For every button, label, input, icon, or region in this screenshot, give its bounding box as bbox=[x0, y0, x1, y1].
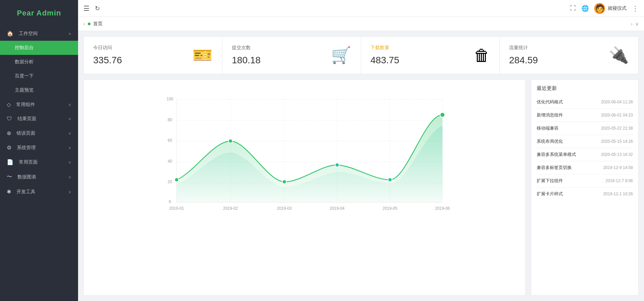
sidebar-group-workspace[interactable]: 🏠 工作空间 ∧ bbox=[0, 26, 78, 41]
error-pages-chevron: ∨ bbox=[68, 131, 71, 136]
stat-downloads-info: 下载数量 483.75 bbox=[370, 45, 399, 66]
result-pages-chevron: ∨ bbox=[68, 116, 71, 121]
topbar-right: ⛶ 🌐 🧑 就寝仪式 ⋮ bbox=[570, 3, 639, 14]
stat-traffic-info: 流量统计 284.59 bbox=[509, 45, 538, 66]
sidebar-item-theme[interactable]: 主题预览 bbox=[0, 83, 78, 97]
svg-text:20: 20 bbox=[168, 179, 172, 184]
result-pages-icon: 🛡 bbox=[7, 116, 12, 122]
recent-item-name[interactable]: 扩展卡片样式 bbox=[537, 191, 563, 197]
stat-today-visits-label: 今日访问 bbox=[93, 45, 122, 51]
common-pages-chevron: ∨ bbox=[68, 160, 71, 165]
topbar: ☰ ↻ ⛶ 🌐 🧑 就寝仪式 ⋮ bbox=[78, 0, 644, 17]
sidebar-group-dev-tools[interactable]: ✱ 开发工具 ∨ bbox=[0, 185, 78, 199]
charts-row: 100 80 60 40 20 0 bbox=[83, 79, 639, 296]
breadcrumb-arrows: › ∨ bbox=[631, 21, 639, 27]
recent-item-name[interactable]: 新增消息组件 bbox=[537, 112, 563, 118]
page-content: 今日访问 335.76 🎫 提交次数 180.18 🛒 下载数量 483.75 … bbox=[78, 31, 644, 301]
recent-item-name[interactable]: 优化代码格式 bbox=[537, 99, 563, 105]
stat-traffic: 流量统计 284.59 🔌 bbox=[500, 37, 638, 74]
recent-item-date: 2020-06-04 11:28 bbox=[601, 100, 633, 104]
recent-item-name[interactable]: 兼容多标签页切换 bbox=[537, 165, 572, 171]
recent-item-name[interactable]: 系统布局优化 bbox=[537, 138, 563, 144]
breadcrumb-nav-next[interactable]: › bbox=[631, 21, 633, 27]
system-mgmt-icon: ⚙ bbox=[7, 144, 11, 151]
stat-submissions-value: 180.18 bbox=[232, 55, 261, 66]
more-options-icon[interactable]: ⋮ bbox=[632, 4, 639, 12]
recent-item-name[interactable]: 扩展下拉组件 bbox=[537, 178, 563, 184]
stat-submissions-label: 提交次数 bbox=[232, 45, 261, 51]
fullscreen-icon[interactable]: ⛶ bbox=[570, 5, 576, 12]
user-menu[interactable]: 🧑 就寝仪式 bbox=[594, 3, 627, 14]
common-components-label: 常用组件 bbox=[16, 102, 35, 108]
svg-point-27 bbox=[335, 163, 339, 167]
recent-list-item: 新增消息组件 2020-06-01 04:23 bbox=[537, 109, 633, 122]
refresh-icon[interactable]: ↻ bbox=[95, 5, 100, 12]
sidebar-group-common-pages[interactable]: 📄 常用页面 ∨ bbox=[0, 155, 78, 169]
sidebar-group-data-charts[interactable]: 〜 数据图表 ∨ bbox=[0, 169, 78, 185]
svg-text:2019-02: 2019-02 bbox=[223, 206, 238, 211]
logo-text: Pear Admin bbox=[17, 9, 61, 18]
breadcrumb-nav-down[interactable]: ∨ bbox=[635, 21, 639, 27]
common-pages-label: 常用页面 bbox=[19, 159, 38, 165]
sidebar-group-system-mgmt[interactable]: ⚙ 系统管理 ∨ bbox=[0, 140, 78, 155]
svg-text:80: 80 bbox=[168, 118, 172, 122]
stat-downloads-value: 483.75 bbox=[370, 55, 399, 66]
line-chart-card: 100 80 60 40 20 0 bbox=[83, 79, 526, 296]
sidebar-group-common-components[interactable]: ◇ 常用组件 ∨ bbox=[0, 97, 78, 112]
stat-traffic-label: 流量统计 bbox=[509, 45, 538, 51]
main-content: ☰ ↻ ⛶ 🌐 🧑 就寝仪式 ⋮ ‹ 首页 › ∨ bbox=[78, 0, 644, 301]
dev-tools-icon: ✱ bbox=[7, 189, 11, 195]
recent-item-name[interactable]: 移动端兼容 bbox=[537, 125, 559, 131]
data-charts-label: 数据图表 bbox=[17, 174, 36, 180]
svg-point-25 bbox=[228, 139, 232, 143]
recent-list-item: 扩展下拉组件 2019-12-7 9:06 bbox=[537, 174, 633, 188]
recent-list-item: 兼容多标签页切换 2019-12-9 14:58 bbox=[537, 161, 633, 174]
stat-traffic-value: 284.59 bbox=[509, 55, 538, 66]
common-components-icon: ◇ bbox=[7, 101, 11, 108]
breadcrumb: ‹ 首页 bbox=[83, 21, 103, 27]
stat-downloads-icon: 🗑 bbox=[474, 46, 490, 65]
sidebar-group-result-pages[interactable]: 🛡 结果页面 ∨ bbox=[0, 112, 78, 126]
workspace-chevron: ∧ bbox=[68, 31, 71, 36]
recent-list-item: 系统布局优化 2020-05-15 14:26 bbox=[537, 135, 633, 148]
data-charts-chevron: ∨ bbox=[68, 175, 71, 179]
system-mgmt-label: 系统管理 bbox=[17, 145, 36, 151]
stat-submissions: 提交次数 180.18 🛒 bbox=[222, 37, 361, 74]
svg-point-29 bbox=[440, 112, 445, 117]
topbar-left: ☰ ↻ bbox=[83, 4, 100, 12]
stat-today-visits-icon: 🎫 bbox=[192, 46, 213, 65]
recent-list-item: 兼容多系统菜单模式 2020-05-13 16:32 bbox=[537, 148, 633, 161]
dev-tools-chevron: ∨ bbox=[68, 190, 71, 194]
breadcrumb-bar: ‹ 首页 › ∨ bbox=[78, 17, 644, 31]
svg-text:2019-03: 2019-03 bbox=[277, 206, 292, 211]
breadcrumb-prev-icon[interactable]: ‹ bbox=[83, 21, 85, 27]
sidebar-item-dashboard[interactable]: 控制后台 bbox=[0, 41, 78, 55]
stats-row: 今日访问 335.76 🎫 提交次数 180.18 🛒 下载数量 483.75 … bbox=[83, 36, 639, 74]
recent-item-date: 2019-12-7 9:06 bbox=[606, 178, 633, 183]
svg-text:2019-04: 2019-04 bbox=[330, 206, 345, 211]
data-charts-icon: 〜 bbox=[7, 173, 12, 180]
recent-updates-card: 最近更新 优化代码格式 2020-06-04 11:28 新增消息组件 2020… bbox=[531, 79, 639, 296]
svg-text:2019-06: 2019-06 bbox=[435, 206, 450, 211]
svg-text:2019-01: 2019-01 bbox=[169, 206, 184, 211]
stat-downloads: 下载数量 483.75 🗑 bbox=[361, 37, 500, 74]
sidebar-item-data-analysis[interactable]: 数据分析 bbox=[0, 55, 78, 69]
recent-item-date: 2020-05-13 16:32 bbox=[601, 152, 633, 157]
svg-point-24 bbox=[175, 178, 179, 182]
stat-today-visits-value: 335.76 bbox=[93, 55, 122, 66]
globe-icon[interactable]: 🌐 bbox=[581, 5, 589, 12]
sidebar-item-baidu[interactable]: 百度一下 bbox=[0, 69, 78, 83]
stat-submissions-icon: 🛒 bbox=[331, 46, 351, 65]
recent-item-name[interactable]: 兼容多系统菜单模式 bbox=[537, 152, 576, 158]
recent-list-item: 优化代码格式 2020-06-04 11:28 bbox=[537, 96, 633, 109]
line-chart-svg: 100 80 60 40 20 0 bbox=[89, 85, 520, 213]
recent-list-item: 扩展卡片样式 2019-12-1 10:26 bbox=[537, 188, 633, 200]
recent-item-date: 2019-12-1 10:26 bbox=[603, 192, 633, 196]
dev-tools-label: 开发工具 bbox=[16, 189, 35, 195]
recent-item-date: 2020-05-22 21:38 bbox=[601, 126, 633, 131]
sidebar-group-error-pages[interactable]: ⊕ 错误页面 ∨ bbox=[0, 126, 78, 140]
common-components-chevron: ∨ bbox=[68, 102, 71, 107]
svg-point-26 bbox=[282, 180, 286, 184]
menu-toggle-icon[interactable]: ☰ bbox=[83, 4, 90, 12]
stat-downloads-label: 下载数量 bbox=[370, 45, 399, 51]
